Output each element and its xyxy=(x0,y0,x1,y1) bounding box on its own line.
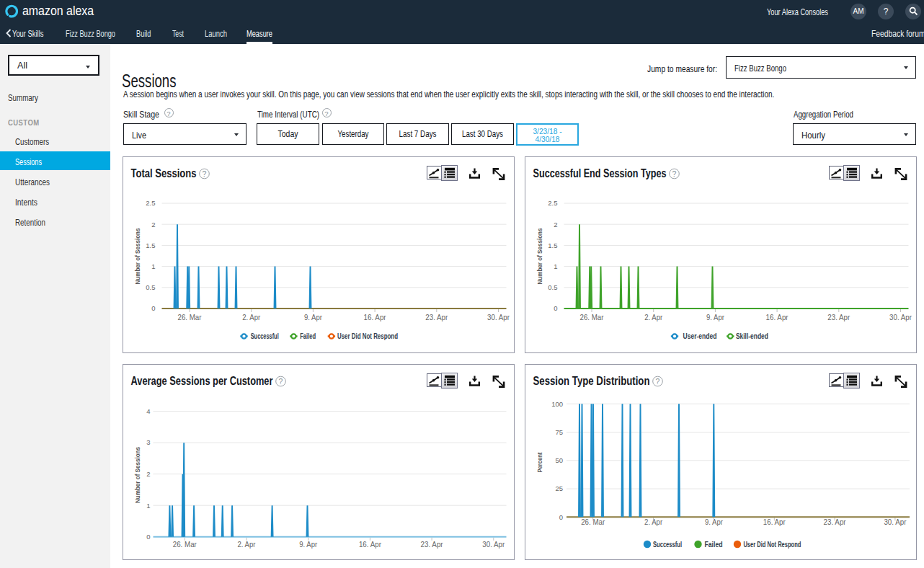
svg-text:1: 1 xyxy=(146,502,150,510)
svg-text:0: 0 xyxy=(151,304,155,312)
svg-text:Percent: Percent xyxy=(536,452,543,473)
svg-text:?: ? xyxy=(672,169,677,178)
svg-text:Total Sessions: Total Sessions xyxy=(131,167,197,179)
svg-text:26. Mar: 26. Mar xyxy=(178,313,202,321)
svg-text:25: 25 xyxy=(555,484,563,492)
svg-text:0: 0 xyxy=(559,513,563,521)
svg-text:1: 1 xyxy=(554,262,557,270)
svg-text:2: 2 xyxy=(151,221,155,228)
svg-text:16. Apr: 16. Apr xyxy=(364,313,386,321)
svg-text:User-ended: User-ended xyxy=(683,332,717,340)
svg-text:Number of Sessions: Number of Sessions xyxy=(133,228,141,285)
svg-text:2.5: 2.5 xyxy=(146,199,155,207)
svg-text:0.5: 0.5 xyxy=(548,283,557,291)
svg-text:?: ? xyxy=(656,377,660,386)
svg-text:0: 0 xyxy=(554,304,557,312)
svg-text:User Did Not Respond: User Did Not Respond xyxy=(743,540,801,549)
svg-text:26. Mar: 26. Mar xyxy=(173,540,197,549)
svg-text:?: ? xyxy=(203,169,207,178)
svg-text:9. Apr: 9. Apr xyxy=(299,540,317,549)
svg-text:26. Mar: 26. Mar xyxy=(580,313,604,321)
svg-text:2. Apr: 2. Apr xyxy=(242,313,260,321)
svg-text:1.5: 1.5 xyxy=(548,241,557,249)
svg-text:0.5: 0.5 xyxy=(146,283,155,291)
svg-text:50: 50 xyxy=(555,456,563,464)
svg-text:23. Apr: 23. Apr xyxy=(827,313,850,321)
svg-text:User Did Not Respond: User Did Not Respond xyxy=(337,332,398,340)
svg-text:Number of Sessions: Number of Sessions xyxy=(536,228,543,285)
svg-text:3: 3 xyxy=(146,438,150,446)
svg-text:Session Type Distribution: Session Type Distribution xyxy=(533,374,650,387)
svg-text:9. Apr: 9. Apr xyxy=(304,313,322,321)
svg-text:Skill-ended: Skill-ended xyxy=(736,332,768,340)
svg-text:Failed: Failed xyxy=(705,540,723,549)
svg-text:30. Apr: 30. Apr xyxy=(487,313,510,321)
svg-text:Successful: Successful xyxy=(251,332,279,340)
svg-text:2: 2 xyxy=(146,470,150,478)
svg-text:30. Apr: 30. Apr xyxy=(889,313,912,321)
svg-text:23. Apr: 23. Apr xyxy=(425,313,448,321)
svg-text:16. Apr: 16. Apr xyxy=(766,313,788,321)
svg-text:100: 100 xyxy=(551,400,563,408)
svg-text:0: 0 xyxy=(146,533,150,541)
svg-text:16. Apr: 16. Apr xyxy=(359,540,381,549)
svg-text:Average Sessions per Customer: Average Sessions per Customer xyxy=(131,374,273,387)
svg-text:9. Apr: 9. Apr xyxy=(706,313,724,321)
svg-text:Successful End Session Types: Successful End Session Types xyxy=(533,167,667,179)
svg-text:?: ? xyxy=(279,377,283,386)
svg-text:2: 2 xyxy=(554,221,557,228)
svg-text:Successful: Successful xyxy=(653,540,682,549)
svg-text:4: 4 xyxy=(146,407,150,415)
svg-text:2.5: 2.5 xyxy=(548,199,557,207)
svg-text:1: 1 xyxy=(151,262,155,270)
svg-text:23. Apr: 23. Apr xyxy=(421,540,443,549)
svg-text:Failed: Failed xyxy=(300,332,316,340)
svg-text:1.5: 1.5 xyxy=(146,241,155,249)
svg-text:2. Apr: 2. Apr xyxy=(238,540,256,549)
svg-text:75: 75 xyxy=(555,428,563,436)
svg-text:30. Apr: 30. Apr xyxy=(482,540,505,549)
svg-text:2. Apr: 2. Apr xyxy=(644,313,662,321)
svg-text:Number of Sessions: Number of Sessions xyxy=(133,447,141,503)
